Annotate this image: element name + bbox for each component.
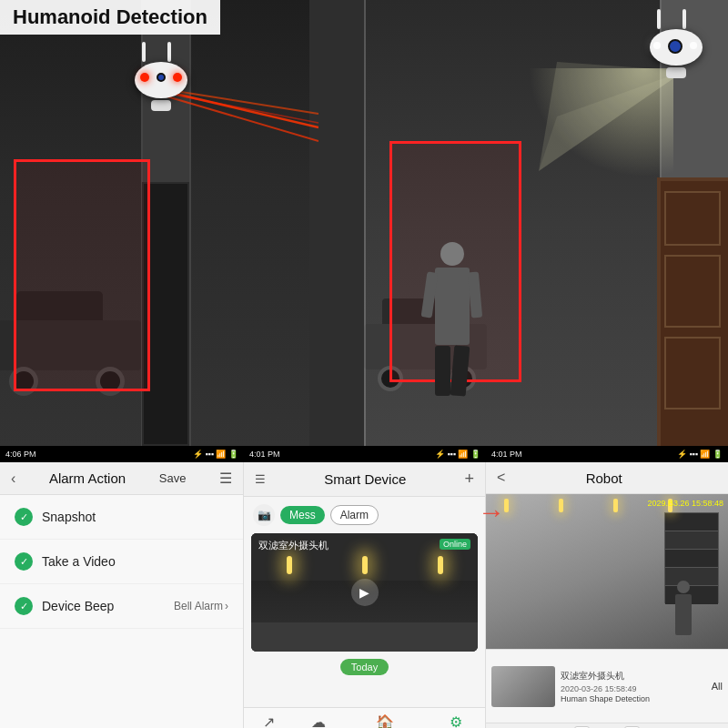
play-button[interactable]: ▶ — [351, 579, 379, 606]
panel-robot: < Robot — [486, 462, 728, 728]
light-1 — [287, 556, 292, 574]
day-nav-row: ‹ 7Day › — [486, 723, 728, 728]
robot-cam-inner: 2029.B3.26 15:58:48 — [486, 494, 728, 649]
back-icon-alarm[interactable]: ‹ — [11, 470, 15, 487]
time-left: 4:06 PM — [5, 450, 36, 459]
robot-header: < Robot — [486, 462, 728, 494]
smart-cam-card[interactable]: 双滤室外摄头机 Online ▶ — [251, 533, 478, 652]
robot-date-label: 2020-03-26 15:58:49 — [561, 684, 706, 693]
icons-left: ⚡ ▪▪▪ 📶 🔋 — [193, 450, 238, 459]
ceiling-light-2 — [559, 499, 563, 512]
nav-housekeeping[interactable]: 🏠 Housekeeping — [356, 713, 414, 728]
main-title: Humanoid Detection — [13, 5, 207, 28]
icons-center: ⚡ ▪▪▪ 📶 🔋 — [435, 450, 480, 459]
alarm-item-beep: ✓ Device Beep Bell Alarm › — [0, 584, 243, 629]
nav-cloud[interactable]: ☁ Cloud — [307, 713, 330, 728]
beep-label: Device Beep — [42, 599, 114, 613]
robot-title: Robot — [586, 470, 622, 486]
status-bar-right: 4:01 PM ⚡ ▪▪▪ 📶 🔋 — [486, 446, 728, 462]
alarm-item-snapshot: ✓ Snapshot — [0, 495, 243, 540]
detection-box-left — [14, 159, 150, 391]
robot-bottom-row: 双滤室外摄头机 2020-03-26 15:58:49 Human Shape … — [486, 649, 728, 723]
icons-right: ⚡ ▪▪▪ 📶 🔋 — [677, 450, 723, 459]
robot-thumb — [491, 666, 555, 707]
smart-header: ☰ Smart Device + — [244, 462, 485, 497]
robot-cam-label: 双滤室外摄头机 — [561, 670, 706, 682]
nav-settings[interactable]: ⚙ Settings — [440, 713, 472, 728]
scene-right — [364, 0, 728, 446]
housekeeping-icon: 🏠 — [376, 713, 394, 728]
alarm-title: Alarm Action — [49, 470, 126, 486]
nav-share[interactable]: ↗ Share — [257, 713, 281, 728]
shelf-unit — [664, 512, 719, 603]
video-label: Take a Video — [42, 554, 116, 569]
panel-alarm: ‹ Alarm Action Save ☰ ✓ Snapshot ✓ Take … — [0, 462, 244, 728]
smart-title: Smart Device — [324, 471, 406, 487]
tab-alarm-button[interactable]: Alarm — [330, 505, 379, 525]
check-icon-snapshot: ✓ — [15, 508, 33, 526]
spotlight-svg — [539, 62, 703, 171]
save-button[interactable]: Save — [159, 471, 187, 485]
today-button[interactable]: Today — [340, 659, 389, 675]
light-3 — [438, 556, 443, 574]
share-icon: ↗ — [263, 713, 275, 728]
camera-thumb-icon[interactable]: 📷 — [253, 504, 275, 526]
all-label[interactable]: All — [712, 681, 723, 692]
robot-info: 双滤室外摄头机 2020-03-26 15:58:49 Human Shape … — [561, 670, 706, 703]
scene-left — [0, 0, 364, 446]
check-icon-beep: ✓ — [15, 597, 33, 615]
smart-tabs: 📷 Mess Alarm — [244, 497, 485, 533]
robot-cam-view: 2029.B3.26 15:58:48 — [486, 494, 728, 649]
cam-online-status: Online — [440, 539, 470, 550]
cam-card-label: 双滤室外摄头机 — [258, 539, 329, 552]
smart-nav: ↗ Share ☁ Cloud 🏠 Housekeeping ⚙ Setting… — [244, 707, 485, 728]
scene-divider — [364, 0, 366, 446]
cloud-icon: ☁ — [311, 713, 326, 728]
garage-floor — [251, 622, 478, 652]
add-button[interactable]: + — [464, 470, 474, 489]
panel-smart: ☰ Smart Device + 📷 Mess Alarm 双滤室外摄头机 On… — [244, 462, 486, 728]
snapshot-label: Snapshot — [42, 510, 96, 524]
person-figure — [435, 242, 470, 396]
arrow-right-icon: → — [478, 497, 505, 527]
bottom-panels: → ‹ Alarm Action Save ☰ ✓ Snapshot ✓ Tak… — [0, 462, 728, 681]
list-icon[interactable]: ☰ — [255, 472, 266, 486]
light-2 — [362, 556, 368, 574]
check-icon-video: ✓ — [15, 552, 33, 571]
menu-icon[interactable]: ☰ — [219, 470, 232, 487]
today-row: Today — [244, 652, 485, 682]
garage-lights — [251, 556, 478, 574]
robot-detection-label: Human Shape Detection — [561, 694, 706, 703]
robot-timestamp: 2029.B3.26 15:58:48 — [647, 499, 723, 508]
top-image-section: Humanoid Detection — [0, 0, 728, 446]
arrow-indicator: → — [478, 497, 505, 528]
ceiling-light-3 — [613, 499, 618, 512]
alarm-item-video: ✓ Take a Video — [0, 540, 243, 584]
time-center: 4:01 PM — [249, 450, 280, 459]
time-right: 4:01 PM — [491, 450, 522, 459]
title-overlay: Humanoid Detection — [0, 0, 220, 35]
back-icon-robot[interactable]: < — [497, 470, 505, 486]
tab-mess-button[interactable]: Mess — [280, 506, 325, 524]
status-bar-left: 4:06 PM ⚡ ▪▪▪ 📶 🔋 — [0, 446, 244, 462]
status-bars-row: 4:06 PM ⚡ ▪▪▪ 📶 🔋 4:01 PM ⚡ ▪▪▪ 📶 🔋 4:01… — [0, 446, 728, 462]
store-person — [675, 581, 692, 635]
bell-alarm-label[interactable]: Bell Alarm › — [174, 600, 228, 612]
chevron-right-icon: › — [225, 600, 228, 612]
alarm-header: ‹ Alarm Action Save ☰ — [0, 462, 243, 495]
status-bar-center: 4:01 PM ⚡ ▪▪▪ 📶 🔋 — [244, 446, 486, 462]
settings-icon: ⚙ — [450, 713, 462, 728]
